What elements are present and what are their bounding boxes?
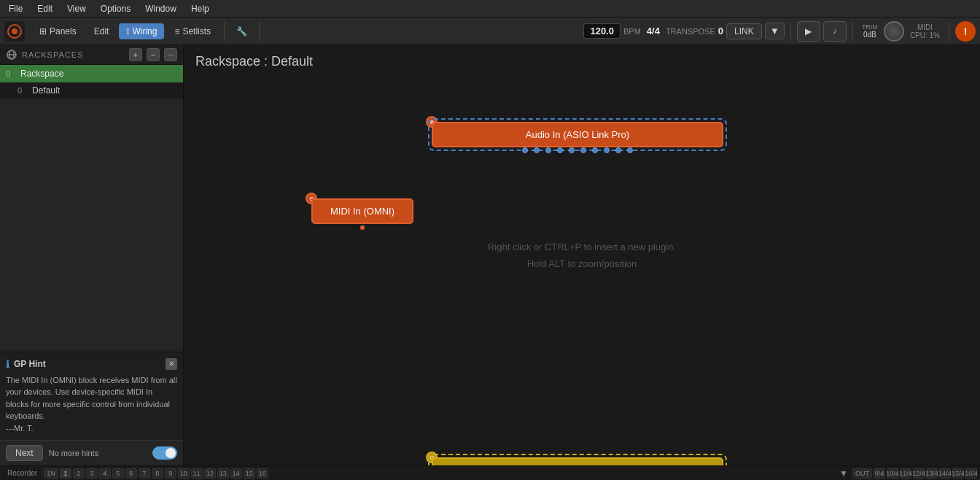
trim-value: 0dB: [863, 31, 876, 39]
connector-dot: [557, 147, 563, 153]
bottom-num-3[interactable]: 3: [86, 468, 98, 479]
bottom-num-15[interactable]: 15: [244, 468, 255, 479]
edit-button[interactable]: Edit: [87, 23, 117, 39]
bpm-label: BPM: [623, 27, 641, 36]
hint-header: ℹ GP Hint ✕: [6, 358, 177, 370]
wrench-icon: 🔧: [236, 26, 247, 36]
midi-connector-dot: [360, 225, 365, 230]
tuner-icon: ♪: [833, 27, 836, 35]
bpm-section: 120.0 BPM 4/4 TRANSPOSE 0 LINK ▼ ▶ ♪ TRI…: [583, 21, 976, 42]
bottom-num-12[interactable]: 12: [204, 468, 216, 479]
bottom-num-10[interactable]: 10: [178, 468, 190, 479]
hint-text: The MIDI In (OMNI) block receives MIDI f…: [6, 374, 177, 435]
menu-help[interactable]: Help: [185, 2, 215, 15]
connector-dot: [545, 147, 551, 153]
toolbar: ⊞ Panels Edit ⟟ Wiring ≡ Setlists 🔧 120.…: [0, 18, 980, 45]
right-num-8[interactable]: 16/4: [965, 468, 977, 479]
connector-dot: [522, 147, 528, 153]
time-signature: 4/4: [647, 26, 660, 36]
midi-in-block-inner: MIDI In (OMNI): [311, 198, 413, 224]
svg-point-1: [12, 28, 18, 34]
play-icon: ▶: [805, 26, 812, 36]
rackspace-name: Rackspace: [20, 69, 63, 79]
bottom-num-8[interactable]: 8: [152, 468, 163, 479]
menu-view[interactable]: View: [61, 2, 92, 15]
play-button[interactable]: ▶: [797, 21, 820, 42]
midi-label: MIDI: [917, 23, 933, 31]
rackspace-item[interactable]: 0 Rackspace: [0, 65, 183, 82]
bpm-value[interactable]: 120.0: [583, 23, 621, 39]
menu-edit[interactable]: Edit: [31, 2, 58, 15]
bottom-num-14[interactable]: 14: [230, 468, 242, 479]
tuner-button[interactable]: ♪: [823, 21, 847, 42]
audio-in-block[interactable]: ⊗ Audio In (ASIO Link Pro): [432, 122, 723, 147]
setlists-button[interactable]: ≡ Setlists: [167, 23, 218, 39]
connector-dot: [615, 147, 621, 153]
recorder-label: Recorder: [7, 469, 37, 477]
bottom-num-13[interactable]: 13: [217, 468, 229, 479]
link-button[interactable]: LINK: [726, 23, 762, 39]
add-rackspace-button[interactable]: +: [129, 48, 142, 61]
wiring-button[interactable]: ⟟ Wiring: [119, 23, 164, 39]
bottom-num-5[interactable]: 5: [112, 468, 124, 479]
more-rackspace-button[interactable]: ···: [164, 48, 177, 61]
variation-item[interactable]: 0 Default: [0, 82, 183, 98]
remove-rackspace-button[interactable]: −: [147, 48, 160, 61]
audio-out-label: Audio Out (ASIO Link Pro): [522, 465, 633, 465]
bottom-num-11[interactable]: 11: [191, 468, 203, 479]
connector-dot: [604, 147, 610, 153]
bottom-num-9[interactable]: 9: [165, 468, 176, 479]
right-num-5[interactable]: 13/4: [926, 468, 938, 479]
audio-out-block[interactable]: ⊙ Audio Out (ASIO Link Pro): [432, 457, 723, 465]
bottom-num-6[interactable]: 6: [125, 468, 137, 479]
sidebar-header: RACKSPACES + − ···: [0, 45, 183, 65]
hint-footer: Next No more hints: [0, 440, 183, 465]
right-num-4[interactable]: 12/4: [913, 468, 925, 479]
toolbar-separator-2: [259, 22, 260, 41]
hints-toggle[interactable]: [152, 446, 177, 460]
bottom-num-4[interactable]: 4: [99, 468, 111, 479]
right-num-6[interactable]: 14/4: [939, 468, 951, 479]
bottom-num-7[interactable]: 7: [139, 468, 150, 479]
menu-window[interactable]: Window: [139, 2, 182, 15]
transpose-label: TRANSPOSE: [666, 27, 715, 36]
menu-file[interactable]: File: [3, 2, 28, 15]
transpose-section: TRANSPOSE 0: [666, 26, 723, 36]
audio-out-block-inner: Audio Out (ASIO Link Pro): [432, 457, 723, 465]
midi-cpu-section: MIDI CPU: 1%: [910, 23, 940, 39]
next-button[interactable]: Next: [6, 445, 43, 461]
bottom-bar: Recorder 1N 1 2 3 4 5 6 7 8 9 10 11 12 1…: [0, 465, 980, 480]
bottom-num-2[interactable]: 2: [73, 468, 85, 479]
midi-in-label: MIDI In (OMNI): [330, 206, 394, 217]
info-icon: ℹ: [6, 358, 9, 370]
cpu-knob: [884, 21, 904, 42]
wiring-canvas[interactable]: Rackspace : Default Right click or CTRL+…: [184, 45, 980, 465]
dropdown-button[interactable]: ▼: [765, 23, 785, 39]
toolbar-separator-3: [790, 22, 791, 41]
connector-dot: [534, 147, 540, 153]
bottom-num-1[interactable]: 1: [60, 468, 71, 479]
hint-close-button[interactable]: ✕: [166, 358, 177, 370]
toggle-knob: [166, 448, 176, 458]
right-num-1[interactable]: 9/4: [874, 468, 885, 479]
menu-options[interactable]: Options: [95, 2, 136, 15]
wrench-button[interactable]: 🔧: [230, 23, 253, 39]
menu-bar: File Edit View Options Window Help: [0, 0, 980, 18]
warning-button[interactable]: !: [955, 21, 976, 42]
midi-in-block[interactable]: ⊙ MIDI In (OMNI): [311, 198, 413, 224]
right-num-7[interactable]: 15/4: [952, 468, 964, 479]
wiring-icon: ⟟: [126, 26, 129, 36]
panels-button[interactable]: ⊞ Panels: [32, 23, 84, 39]
scroll-down-arrow[interactable]: ▼: [836, 468, 851, 479]
sidebar-title: RACKSPACES: [22, 50, 125, 59]
bottom-num-16[interactable]: 16: [257, 468, 268, 479]
app-logo: [4, 21, 25, 42]
out-indicator: OUT: [852, 468, 872, 479]
audio-in-block-inner: Audio In (ASIO Link Pro): [432, 122, 723, 147]
transpose-value[interactable]: 0: [718, 26, 723, 36]
variation-num: 0: [18, 86, 28, 95]
no-more-label: No more hints: [49, 449, 147, 457]
right-num-2[interactable]: 10/4: [887, 468, 898, 479]
connector-dot: [592, 147, 598, 153]
right-num-3[interactable]: 11/4: [900, 468, 911, 479]
